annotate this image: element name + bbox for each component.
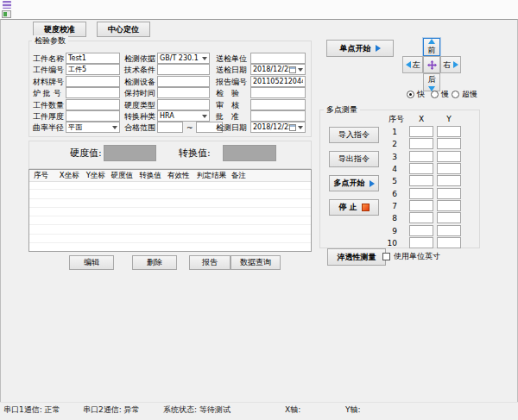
speed-option-label: 慢 xyxy=(441,90,449,99)
furnace-batch-input[interactable] xyxy=(66,87,120,98)
hold-time-input[interactable] xyxy=(157,87,210,98)
hardness-type-input[interactable] xyxy=(157,99,210,110)
delete-button[interactable]: 删除 xyxy=(132,255,177,270)
multi-y-input-2[interactable] xyxy=(437,138,461,149)
multi-row-number: 5 xyxy=(380,176,397,186)
workpiece-number-label: 工件编号 xyxy=(33,65,64,75)
multi-y-input-5[interactable] xyxy=(437,175,461,186)
inspection-params-title: 检验参数 xyxy=(32,35,68,46)
chevron-down-icon xyxy=(298,126,303,129)
workpiece-name-label: 工件名称 xyxy=(33,53,64,64)
inspector-label: 检 验 xyxy=(216,88,239,98)
speed-option-2[interactable]: 慢 xyxy=(431,90,449,99)
multi-x-input-2[interactable] xyxy=(409,138,433,149)
table-row[interactable] xyxy=(29,235,311,243)
jog-left-button[interactable]: 左 xyxy=(402,56,423,73)
multi-y-input-3[interactable] xyxy=(437,151,461,162)
report-number-input[interactable] xyxy=(250,76,306,87)
use-inch-checkbox[interactable]: 使用单位英寸 xyxy=(382,251,440,261)
multi-x-input-6[interactable] xyxy=(409,188,433,199)
workpiece-qty-label: 工件数量 xyxy=(33,100,64,110)
export-command-button[interactable]: 导出指令 xyxy=(329,151,379,167)
multi-col-header-y: Y xyxy=(437,114,461,124)
submit-unit-input[interactable] xyxy=(250,53,306,64)
test-date-datepicker[interactable]: 2018/12/25 xyxy=(250,122,306,133)
multi-y-input-6[interactable] xyxy=(437,188,461,199)
hardenability-measure-button[interactable]: 淬透性测量 xyxy=(327,248,386,266)
center-positioning-button[interactable]: 中心定位 xyxy=(97,22,150,37)
status-bar xyxy=(0,402,518,420)
col-header-7: 判定结果 xyxy=(193,170,227,181)
submit-date-datepicker[interactable]: 2018/12/25 xyxy=(250,64,306,75)
test-standard-select[interactable]: GB/T 230.1 xyxy=(157,53,210,64)
multi-col-header-x: X xyxy=(409,114,433,124)
multi-x-input-3[interactable] xyxy=(409,151,433,162)
single-point-start-button[interactable]: 单点开始 xyxy=(326,40,394,57)
workpiece-name-input[interactable] xyxy=(66,53,120,64)
workpiece-qty-input[interactable] xyxy=(66,99,120,110)
conversion-type-select[interactable]: HRA xyxy=(157,110,210,122)
workpiece-thickness-input[interactable] xyxy=(66,110,120,122)
hold-time-label: 保持时间 xyxy=(124,88,155,98)
multi-x-input-7[interactable] xyxy=(409,200,433,211)
report-number-label: 报告编号 xyxy=(216,77,247,87)
stop-button-label: 停 止 xyxy=(338,202,357,213)
col-header-3: Y坐标 xyxy=(82,170,107,181)
multi-y-input-1[interactable] xyxy=(437,126,461,137)
tech-condition-input[interactable] xyxy=(157,64,210,75)
desktop-icon-layers[interactable] xyxy=(3,1,11,9)
reviewer-input[interactable] xyxy=(250,99,306,110)
multi-row-number: 1 xyxy=(380,127,397,137)
multi-x-input-10[interactable] xyxy=(409,237,433,248)
multi-x-input-5[interactable] xyxy=(409,175,433,186)
table-row[interactable] xyxy=(29,199,311,208)
screen: 硬度校准 中心定位 检验参数 硬度值: 转换值: 序号X坐标Y坐标硬度值转换值有… xyxy=(0,0,518,420)
table-row[interactable] xyxy=(29,225,311,234)
multi-y-input-9[interactable] xyxy=(437,225,461,236)
multi-y-input-8[interactable] xyxy=(437,212,461,223)
workpiece-thickness-label: 工件厚度 xyxy=(33,111,64,122)
multi-x-input-9[interactable] xyxy=(409,225,433,236)
multi-start-button-label: 多点开始 xyxy=(334,178,365,189)
play-icon xyxy=(376,45,381,52)
edit-button[interactable]: 编辑 xyxy=(69,255,114,270)
calendar-icon xyxy=(289,66,296,73)
table-row[interactable] xyxy=(29,208,311,216)
report-button[interactable]: 报告 xyxy=(189,255,231,270)
speed-option-1[interactable]: 快 xyxy=(407,90,425,99)
hardness-value-display xyxy=(104,145,156,161)
test-equipment-input[interactable] xyxy=(157,76,210,87)
jog-right-button[interactable]: 右 xyxy=(440,56,461,73)
stop-button[interactable]: 停 止 xyxy=(329,199,379,216)
radio-icon xyxy=(452,91,459,98)
multi-x-input-8[interactable] xyxy=(409,212,433,223)
status-item-1: 串口1通信: 正常 xyxy=(3,405,60,415)
qualified-range-min-input[interactable] xyxy=(157,122,183,133)
table-row[interactable] xyxy=(29,181,311,190)
material-grade-input[interactable] xyxy=(66,76,120,87)
workpiece-number-input[interactable] xyxy=(66,64,120,75)
speed-option-3[interactable]: 超慢 xyxy=(452,90,477,99)
data-query-button[interactable]: 数据查询 xyxy=(231,255,281,270)
multi-x-input-4[interactable] xyxy=(409,163,433,174)
inspector-input[interactable] xyxy=(250,87,306,98)
conversion-type-value: HRA xyxy=(158,112,202,120)
table-row[interactable] xyxy=(29,216,311,225)
approver-input[interactable] xyxy=(250,110,306,122)
jog-forward-button[interactable]: 前 xyxy=(423,38,440,56)
multi-y-input-10[interactable] xyxy=(437,237,461,248)
multi-x-input-1[interactable] xyxy=(409,126,433,137)
jog-center-button[interactable] xyxy=(423,56,440,73)
multi-y-input-4[interactable] xyxy=(437,163,461,174)
curvature-radius-select[interactable]: 平面 xyxy=(66,122,120,133)
submit-date-value: 2018/12/25 xyxy=(251,66,289,73)
table-row[interactable] xyxy=(29,243,311,251)
import-command-button[interactable]: 导入指令 xyxy=(329,127,379,143)
col-header-2: X坐标 xyxy=(55,170,82,181)
col-header-4: 硬度值 xyxy=(106,170,135,181)
multi-y-input-7[interactable] xyxy=(437,200,461,211)
table-row[interactable] xyxy=(29,190,311,198)
multi-start-button[interactable]: 多点开始 xyxy=(329,175,379,191)
desktop-icon-monitor[interactable] xyxy=(2,10,11,18)
jog-backward-button[interactable]: 后 xyxy=(423,73,440,91)
